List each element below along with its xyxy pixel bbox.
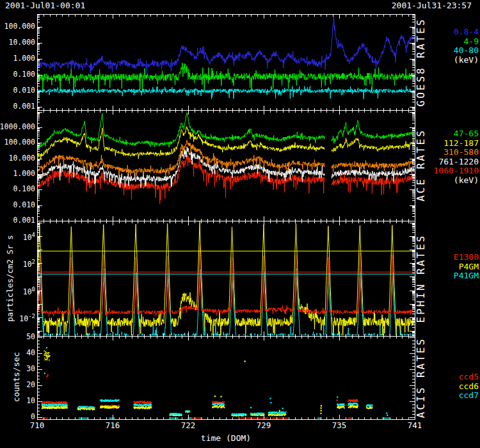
end-timestamp: 2001-Jul31-23:57 <box>392 1 472 10</box>
goes8-ytick-label: 0.100 <box>0 71 35 79</box>
x-tick-label-716: 716 <box>100 422 125 430</box>
space-weather-multipanel-chart: 2001-Jul01-00:01 2001-Jul31-23:57 GOES8 … <box>0 0 480 448</box>
ace-ytick-label: 1.000 <box>0 170 35 178</box>
ace-series-47-65 <box>332 120 415 143</box>
acis-zero-dash <box>170 418 178 419</box>
ace-legend-1060-1910: 1060-1910 <box>408 166 479 175</box>
x-tick-label-735: 735 <box>326 422 352 430</box>
acis-scatter-cyan <box>42 400 373 415</box>
acis-zero-dash <box>79 418 88 419</box>
acis-dot <box>320 410 321 412</box>
ace-legend-(keV): (keV) <box>408 176 479 184</box>
ace-ytick-label: 0.001 <box>0 217 35 225</box>
acis-ytick-label: 0 <box>0 413 35 421</box>
goes8-minor-ticks <box>37 14 415 110</box>
acis-dot <box>244 361 246 362</box>
acis-dot <box>356 400 357 401</box>
goes8-ytick-label: 0.010 <box>0 87 35 95</box>
acis-legend-ccd5: ccd5 <box>408 372 479 381</box>
acis-dot <box>386 413 387 414</box>
acis-dot <box>337 400 338 401</box>
plot-canvas <box>0 0 480 448</box>
x-tick-label-722: 722 <box>175 422 201 430</box>
ace-ytick-label: 0.010 <box>0 202 35 209</box>
goes8-axis-box <box>37 14 415 110</box>
acis-dot <box>320 413 321 414</box>
acis-dot <box>279 410 280 412</box>
acis-zero-dash <box>272 418 288 419</box>
goes8-legend-40-80: 40-80 <box>408 46 479 54</box>
goes8-ytick-label: 1.000 <box>0 55 35 63</box>
acis-dot <box>270 402 271 403</box>
acis-dot <box>47 374 49 376</box>
acis-zero-dash <box>109 418 115 419</box>
acis-dot <box>387 415 388 416</box>
ace-series-112-187 <box>332 138 415 152</box>
goes8-ytick-label: 100.000 <box>0 23 35 31</box>
ephin-ytick-label: 102 <box>0 259 35 268</box>
acis-dot <box>321 405 322 406</box>
ace-legend-310-580: 310-580 <box>408 148 479 156</box>
goes8-series-40-80 <box>37 86 415 102</box>
ace-legend-761-1220: 761-1220 <box>408 157 479 166</box>
acis-traces <box>42 347 390 419</box>
ephin-legend-P41GM: P41GM <box>408 271 479 280</box>
acis-dot <box>220 396 221 397</box>
acis-dot <box>250 407 252 408</box>
x-tick-label-729: 729 <box>251 422 276 430</box>
ace-traces <box>37 113 415 204</box>
acis-ytick-label: 10 <box>0 397 35 405</box>
ephin-legend-P4GM: P4GM <box>408 262 479 271</box>
ace-ytick-label: 100.000 <box>0 139 35 147</box>
acis-legend-ccd6: ccd6 <box>408 382 479 390</box>
goes8-legend-4-9: 4-9 <box>408 37 479 45</box>
start-timestamp: 2001-Jul01-00:01 <box>5 1 85 10</box>
goes8-ytick-label: 10.000 <box>0 39 35 47</box>
ace-series-310-580 <box>332 159 415 172</box>
acis-dot <box>320 408 321 409</box>
x-tick-label-741: 741 <box>402 422 428 430</box>
goes8-series-0.8-4 <box>37 16 415 74</box>
acis-legend-ccd7: ccd7 <box>408 391 479 399</box>
ace-series-310-580 <box>37 140 324 177</box>
ace-ytick-label: 0.100 <box>0 186 35 193</box>
acis-zero-dash <box>241 418 269 419</box>
x-axis-title: time (DOM) <box>162 434 290 442</box>
ace-ytick-label: 1000.000 <box>0 124 35 131</box>
goes8-legend-0.8-4: 0.8-4 <box>408 28 479 36</box>
acis-dot <box>46 376 47 377</box>
ace-legend-47-65: 47-65 <box>408 129 479 138</box>
ace-legend-112-187: 112-187 <box>408 139 479 147</box>
acis-zero-dash <box>42 418 49 419</box>
ace-series-47-65 <box>37 113 324 148</box>
goes8-major-ticks <box>37 14 415 110</box>
goes8-ytick-label: 0.001 <box>0 103 35 111</box>
acis-dot <box>44 372 45 374</box>
ace-ytick-label: 10.000 <box>0 155 35 163</box>
acis-dot <box>337 397 338 398</box>
acis-ytick-label: 30 <box>0 365 35 373</box>
acis-ytick-label: 20 <box>0 381 35 389</box>
goes8-legend-(keV): (keV) <box>408 56 479 64</box>
ephin-legend-E1300: E1300 <box>408 253 479 261</box>
acis-ytick-label: 50 <box>0 333 35 341</box>
ephin-ytick-label: 10-2 <box>0 314 35 323</box>
acis-ytick-label: 40 <box>0 349 35 357</box>
acis-zero-dash <box>188 418 192 419</box>
acis-dot <box>282 408 284 409</box>
ephin-ytick-label: 104 <box>0 232 35 241</box>
acis-dot <box>46 347 47 348</box>
goes8-traces <box>37 16 415 102</box>
acis-dot <box>214 396 216 397</box>
x-tick-label-710: 710 <box>24 422 50 430</box>
acis-dot <box>269 398 271 399</box>
ephin-ytick-label: 100 <box>0 287 35 296</box>
